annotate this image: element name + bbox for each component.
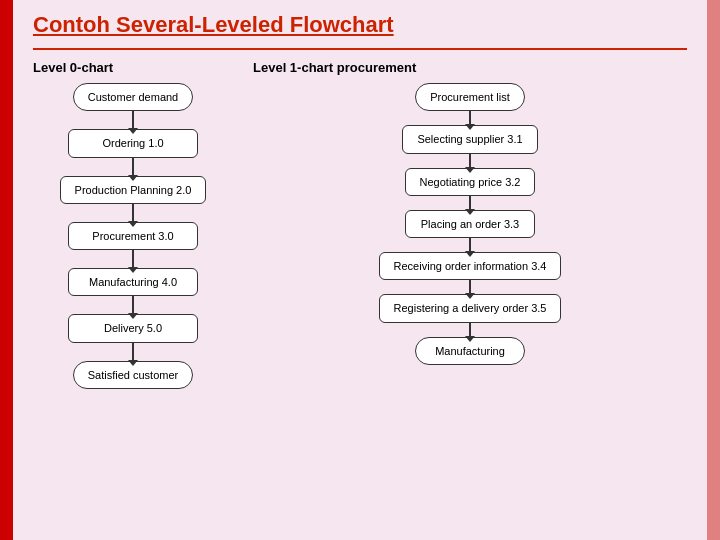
arrow-l1-3 [469,196,471,210]
procurement-list-node: Procurement list [415,83,525,111]
node-customer-demand: Customer demand [33,83,233,111]
arrow-1 [132,111,134,129]
level0-chart: Level 0-chart Customer demand Ordering 1… [33,60,233,389]
arrow-6 [132,343,134,361]
arrow-2 [132,158,134,176]
pink-bar [707,0,720,540]
level0-title: Level 0-chart [33,60,113,75]
arrow-l1-5 [469,280,471,294]
red-bar [0,0,13,540]
level1-title: Level 1-chart procurement [253,60,416,75]
page-title: Contoh Several-Leveled Flowchart [33,12,687,38]
level1-chart: Level 1-chart procurement Procurement li… [253,60,687,389]
arrow-4 [132,250,134,268]
arrow-l1-1 [469,111,471,125]
arrow-l1-6 [469,323,471,337]
arrow-3 [132,204,134,222]
node-procurement-list: Procurement list [253,83,687,111]
customer-demand-node: Customer demand [73,83,194,111]
page: Contoh Several-Leveled Flowchart Level 0… [0,0,720,540]
arrow-l1-4 [469,238,471,252]
arrow-l1-2 [469,154,471,168]
arrow-5 [132,296,134,314]
